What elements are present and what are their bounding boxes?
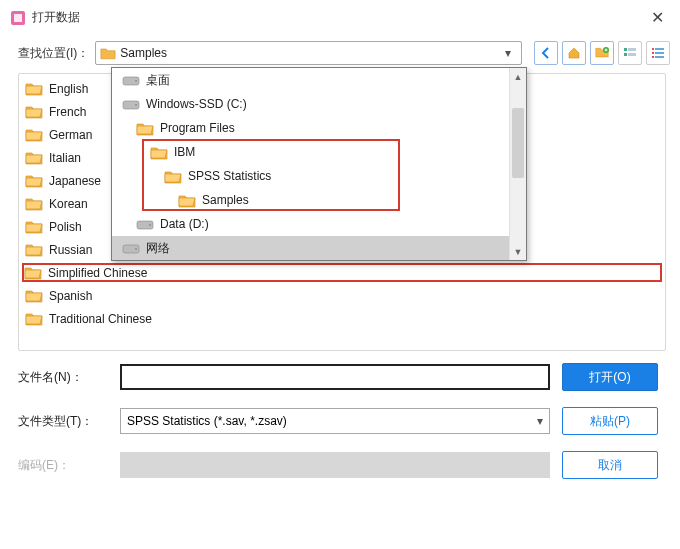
folder-label: Simplified Chinese [48,266,147,280]
folder-item[interactable]: Spanish [23,287,661,304]
folder-item[interactable]: Simplified Chinese [22,263,662,282]
dropdown-item-label: SPSS Statistics [188,169,271,183]
svg-rect-8 [628,53,636,56]
folder-label: German [49,128,92,142]
folder-icon [100,46,116,60]
back-button[interactable] [534,41,558,65]
detail-view-icon [651,46,665,60]
folder-label: French [49,105,86,119]
paste-button[interactable]: 粘贴(P) [562,407,658,435]
folder-icon [25,196,43,211]
folder-icon [150,145,168,160]
folder-icon [25,127,43,142]
filetype-value: SPSS Statistics (*.sav, *.zsav) [127,414,537,428]
chevron-down-icon: ▾ [537,414,543,428]
svg-rect-14 [655,56,664,58]
folder-icon [136,121,154,136]
dropdown-item-label: IBM [174,145,195,159]
home-icon [567,46,581,60]
folder-label: Spanish [49,289,92,303]
folder-icon [25,150,43,165]
dropdown-item[interactable]: Data (D:) [112,212,526,236]
folder-icon [25,219,43,234]
window-title: 打开数据 [32,9,645,26]
folder-label: Japanese [49,174,101,188]
folder-icon [178,193,196,208]
encoding-field [120,452,550,478]
folder-label: Russian [49,243,92,257]
folder-icon [25,173,43,188]
look-in-combo[interactable]: Samples ▾ [95,41,522,65]
list-view-icon [623,46,637,60]
list-view-button[interactable] [618,41,642,65]
look-in-value: Samples [120,46,499,60]
filetype-label: 文件类型(T)： [18,413,108,430]
dropdown-item[interactable]: SPSS Statistics [112,164,526,188]
svg-rect-3 [14,14,22,22]
filetype-combo[interactable]: SPSS Statistics (*.sav, *.zsav) ▾ [120,408,550,434]
svg-rect-13 [652,56,654,58]
toolbar [534,41,670,65]
filename-label: 文件名(N)： [18,369,108,386]
home-button[interactable] [562,41,586,65]
drive-icon [122,241,140,256]
drive-icon [122,97,140,112]
svg-rect-11 [652,52,654,54]
chevron-down-icon: ▾ [499,46,517,60]
location-dropdown-panel[interactable]: 桌面Windows-SSD (C:)Program FilesIBMSPSS S… [111,67,527,261]
dropdown-item[interactable]: Samples [112,188,526,212]
dropdown-item[interactable]: Windows-SSD (C:) [112,92,526,116]
dropdown-item-label: Samples [202,193,249,207]
drive-icon [136,217,154,232]
close-button[interactable]: ✕ [645,6,670,29]
dropdown-scrollbar[interactable]: ▲ ▼ [509,68,526,260]
folder-icon [25,81,43,96]
scroll-down-icon[interactable]: ▼ [510,243,526,260]
drive-icon [122,73,140,88]
detail-view-button[interactable] [646,41,670,65]
open-button[interactable]: 打开(O) [562,363,658,391]
dropdown-item-label: Windows-SSD (C:) [146,97,247,111]
folder-icon [25,288,43,303]
folder-label: Korean [49,197,88,211]
dropdown-item[interactable]: IBM [112,140,526,164]
folder-label: Traditional Chinese [49,312,152,326]
dropdown-item-label: 桌面 [146,72,170,89]
look-in-label: 查找位置(I)： [18,45,89,62]
svg-rect-7 [624,53,627,56]
svg-rect-5 [624,48,627,51]
titlebar: 打开数据 ✕ [0,0,680,35]
svg-rect-10 [655,48,664,50]
folder-label: English [49,82,88,96]
svg-rect-9 [652,48,654,50]
scroll-up-icon[interactable]: ▲ [510,68,526,85]
folder-item[interactable]: Traditional Chinese [23,310,661,327]
dropdown-item-label: 网络 [146,240,170,257]
dropdown-item-label: Data (D:) [160,217,209,231]
svg-rect-6 [628,48,636,51]
folder-icon [25,311,43,326]
dropdown-item[interactable]: Program Files [112,116,526,140]
folder-icon [25,242,43,257]
new-folder-button[interactable] [590,41,614,65]
new-folder-icon [595,46,609,60]
app-icon [10,10,26,26]
filename-input[interactable] [120,364,550,390]
dropdown-item-label: Program Files [160,121,235,135]
back-icon [539,46,553,60]
dropdown-item[interactable]: 桌面 [112,68,526,92]
encoding-label: 编码(E)： [18,457,108,474]
dropdown-item[interactable]: 网络 [112,236,526,260]
folder-label: Polish [49,220,82,234]
svg-rect-12 [655,52,664,54]
folder-icon [25,104,43,119]
cancel-button[interactable]: 取消 [562,451,658,479]
folder-icon [24,265,42,280]
folder-icon [164,169,182,184]
folder-label: Italian [49,151,81,165]
scroll-thumb[interactable] [512,108,524,178]
